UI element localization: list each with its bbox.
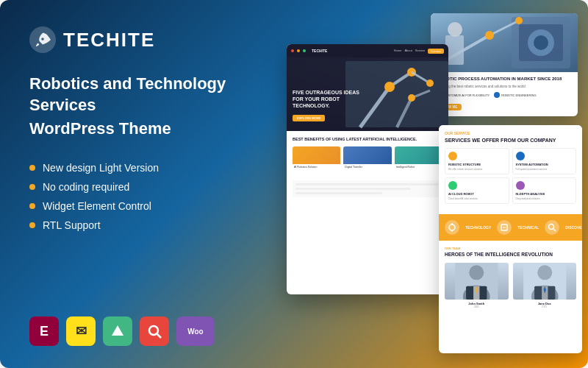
hero-title: FIVE OUTRAGEOUS IDEAS FOR YOUR ROBOT TEC… (293, 89, 366, 109)
service-2: SYSTEM AUTOMATION Full system automation… (512, 148, 577, 174)
feature-3: Widget Element Control (29, 200, 250, 212)
search-badge (140, 316, 169, 346)
svg-point-6 (534, 35, 548, 50)
main-section: BEST BENEFITS OF USING LATEST ARTIFICIAL… (287, 131, 448, 203)
elementor-badge: E (29, 316, 59, 346)
svg-point-12 (448, 22, 462, 37)
logo-icon (29, 26, 56, 53)
main-nav-logo: TECHITE (312, 49, 327, 53)
discovery-icon (545, 220, 559, 235)
tech2-icon (497, 220, 512, 235)
feature-1: New design Light Version (29, 162, 250, 174)
service-1: ROBOTIC STRUCTURE We offer robotic struc… (445, 148, 509, 174)
card-2: Digital Transfer (343, 146, 391, 176)
svg-line-30 (553, 229, 556, 231)
q-icon (147, 324, 162, 339)
top-title: ROBOTIC PROCESS AUTOMATION IN MARKET SIN… (437, 77, 572, 82)
vuejs-badge (103, 316, 132, 346)
service-4: IN-DEPTH ANALYSIS Deep analytical soluti… (512, 177, 577, 204)
plugin-badges: E ✉ Woo (29, 316, 250, 346)
services-title: SERVICES WE OFFER FROM OUR COMPANY (445, 137, 576, 144)
person1-svg (445, 263, 509, 300)
product-card: TECHITE Robotics and Technology Services… (0, 0, 588, 368)
nav-dot-yellow (297, 49, 300, 52)
right-panel: ROBOTIC PROCESS AUTOMATION IN MARKET SIN… (279, 0, 588, 368)
hero-text: FIVE OUTRAGEOUS IDEAS FOR YOUR ROBOT TEC… (293, 89, 366, 122)
bullet-icon (29, 165, 35, 171)
svg-point-23 (408, 94, 415, 102)
heroes-section: OUR TEAM HEROES OF THE INTELLIGENCE REVO… (439, 241, 582, 314)
woocommerce-badge: Woo (176, 316, 215, 346)
screenshot-top: ROBOTIC PROCESS AUTOMATION IN MARKET SIN… (431, 13, 578, 116)
svg-point-29 (549, 224, 554, 230)
svg-line-2 (157, 334, 161, 338)
screenshot-right: OUR SERVICE SERVICES WE OFFER FROM OUR C… (439, 125, 582, 353)
cards-row: AI Robotics Solution Digital Transfer In… (293, 146, 442, 176)
mini-feature-2: ROBOTIC ENGINEERING (494, 92, 536, 98)
features-list: New design Light Version No coding requi… (29, 162, 250, 231)
svg-point-32 (469, 265, 484, 280)
svg-point-10 (515, 17, 523, 24)
hero-button[interactable]: EXPLORE MORE (293, 115, 325, 121)
factory-bg (431, 13, 578, 72)
top-content: ROBOTIC PROCESS AUTOMATION IN MARKET SIN… (431, 72, 578, 116)
feature-2: No coding required (29, 181, 250, 193)
robot-arm-svg (431, 13, 578, 72)
rocket-icon (35, 32, 51, 48)
services-label: OUR SERVICE (445, 131, 576, 135)
person-1: John Smith CEO (445, 263, 509, 308)
person-2: Jane Doe CTO (513, 263, 577, 308)
orange-bar: TECHNOLOGY TECHNICAL DIS (439, 214, 582, 241)
nav-dot-green (303, 49, 306, 52)
heroes-label-top: OUR TEAM (445, 247, 576, 250)
card-3: Intelligent Robot (395, 146, 442, 176)
services-section: OUR SERVICE SERVICES WE OFFER FROM OUR C… (439, 125, 582, 214)
woo-label: Woo (187, 328, 203, 336)
svg-point-9 (485, 31, 494, 40)
tagline-line2: WordPress Theme (29, 118, 250, 140)
tagline-line1: Robotics and Technology Services (29, 74, 250, 116)
svg-point-38 (537, 265, 552, 280)
logo-area: TECHITE (29, 26, 250, 53)
bullet-icon (29, 222, 35, 228)
nav-dot-red (291, 49, 294, 52)
tagline: Robotics and Technology Services WordPre… (29, 74, 250, 140)
section-title: BEST BENEFITS OF USING LATEST ARTIFICIAL… (293, 137, 442, 142)
top-subtitle: Providing the best robotic services and … (437, 85, 572, 89)
triangle-icon (110, 324, 125, 339)
more-content (293, 180, 442, 197)
svg-point-1 (149, 326, 158, 335)
service-grid: ROBOTIC STRUCTURE We offer robotic struc… (445, 148, 576, 204)
svg-marker-0 (112, 325, 123, 336)
mailchimp-badge: ✉ (66, 316, 96, 346)
service-3: AI CLOUD ROBOT Cloud based AI robot serv… (445, 177, 509, 204)
brand-name: TECHITE (63, 29, 155, 52)
main-hero: FIVE OUTRAGEOUS IDEAS FOR YOUR ROBOT TEC… (287, 57, 448, 131)
bullet-icon (29, 203, 35, 209)
mini-features: CUSTOMIZE AI FOR FLEXIBILITY ROBOTIC ENG… (437, 92, 572, 98)
tech-icon (445, 220, 459, 235)
svg-point-20 (426, 79, 434, 87)
screenshot-main: TECHITE Home About Service Contact (287, 44, 448, 294)
nav-links: Home About Service Contact (394, 49, 444, 54)
mockup-container: ROBOTIC PROCESS AUTOMATION IN MARKET SIN… (279, 0, 588, 368)
svg-point-17 (384, 82, 395, 92)
card-1: AI Robotics Solution (293, 146, 340, 176)
main-nav: TECHITE Home About Service Contact (287, 44, 448, 57)
bullet-icon (29, 184, 35, 190)
svg-point-24 (449, 224, 455, 230)
left-panel: TECHITE Robotics and Technology Services… (0, 0, 279, 368)
top-hero-image (431, 13, 578, 72)
feature-4: RTL Support (29, 219, 250, 231)
person2-svg (513, 263, 577, 300)
heroes-label: HEROES OF THE INTELLIGENCE REVOLUTION (445, 252, 576, 258)
people-row: John Smith CEO (445, 263, 576, 308)
